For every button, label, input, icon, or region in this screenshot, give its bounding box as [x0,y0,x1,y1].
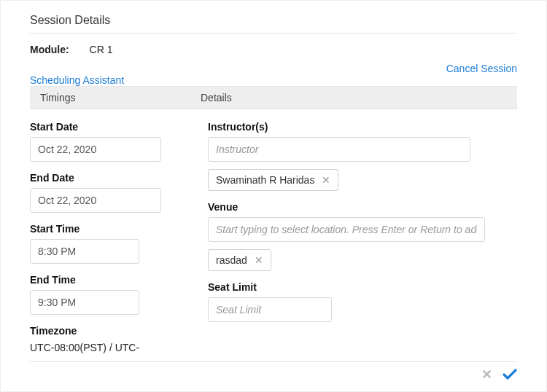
end-time-input[interactable] [30,290,139,315]
close-icon[interactable]: ✕ [255,254,263,266]
seat-limit-label: Seat Limit [208,281,517,293]
venue-chip-label: rasdad [216,254,247,266]
instructor-input[interactable] [208,137,470,162]
venue-chip: rasdad ✕ [208,249,271,271]
cancel-icon[interactable]: ✕ [481,366,492,383]
scheduling-assistant-link[interactable]: Scheduling Assistant [30,74,124,86]
page-title: Session Details [30,14,517,34]
module-row: Module: CR 1 [30,34,517,55]
seat-limit-input[interactable] [208,297,332,322]
start-date-input[interactable] [30,137,161,162]
instructor-chip: Swaminath R Haridas ✕ [208,169,338,191]
end-date-label: End Date [30,172,190,184]
end-time-label: End Time [30,274,190,286]
module-value: CR 1 [90,44,113,55]
end-date-input[interactable] [30,188,161,213]
cancel-session-link[interactable]: Cancel Session [446,63,517,74]
venue-input[interactable] [208,217,485,242]
venue-label: Venue [208,201,517,213]
close-icon[interactable]: ✕ [322,174,330,186]
instructors-label: Instructor(s) [208,121,517,133]
timings-header: Timings [30,87,190,109]
confirm-icon[interactable] [503,369,517,380]
start-time-input[interactable] [30,239,139,264]
module-label: Module: [30,44,69,55]
start-time-label: Start Time [30,223,190,235]
instructor-chip-label: Swaminath R Haridas [216,174,314,186]
timezone-label: Timezone [30,325,190,337]
details-header: Details [190,87,517,109]
section-headers: Timings Details [30,86,517,109]
start-date-label: Start Date [30,121,190,133]
timezone-current: UTC-08:00(PST) / UTC-07:00(PDT) America/… [30,341,190,357]
